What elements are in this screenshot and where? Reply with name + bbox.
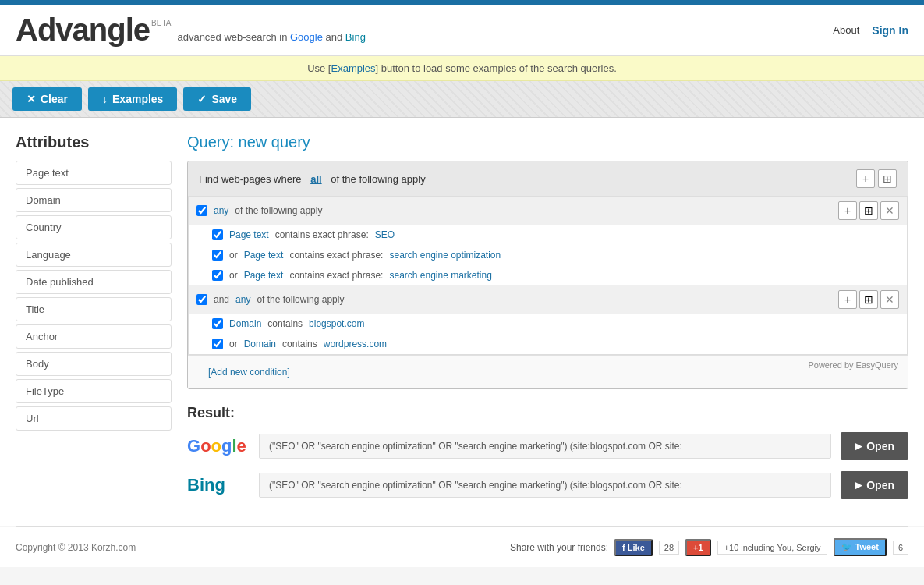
tagline-bing: Bing xyxy=(345,31,366,43)
group1-actions: + ⊞ ✕ xyxy=(838,201,899,220)
attr-date-published[interactable]: Date published xyxy=(16,270,172,294)
examples-label: Examples xyxy=(112,93,163,105)
google-result-row: Google ("SEO" OR "search engine optimiza… xyxy=(187,432,908,460)
bing-open-label: Open xyxy=(866,479,894,491)
gplus-button[interactable]: +1 xyxy=(685,539,711,556)
cond-1-2-field[interactable]: Page text xyxy=(244,250,284,261)
twitter-icon: 🐦 xyxy=(841,542,852,551)
cond-2-2-field[interactable]: Domain xyxy=(244,339,276,349)
query-header-left: Find web-pages where all of the followin… xyxy=(199,173,426,185)
group1-group-btn[interactable]: ⊞ xyxy=(859,201,878,220)
cond-2-1-op: contains xyxy=(267,318,303,329)
logo-beta: BETA xyxy=(151,19,171,27)
cond-1-2-checkbox[interactable] xyxy=(212,250,223,261)
cond-2-2-op: contains xyxy=(282,339,317,349)
query-title: Query: new query xyxy=(187,133,908,151)
attr-domain[interactable]: Domain xyxy=(16,188,172,212)
gplus-extra: +10 including You, Sergiy xyxy=(717,541,828,555)
cond-1-2-value: search engine optimization xyxy=(389,250,501,261)
group1-del-btn[interactable]: ✕ xyxy=(880,201,899,220)
cond-1-1-value: SEO xyxy=(375,229,395,240)
save-button[interactable]: ✓ Save xyxy=(183,87,251,111)
add-condition-link[interactable]: [Add new condition] xyxy=(197,360,301,384)
group2-and: and xyxy=(214,294,229,305)
cond-1-1-checkbox[interactable] xyxy=(212,229,223,240)
facebook-label: Like xyxy=(628,543,645,552)
attr-language[interactable]: Language xyxy=(16,243,172,267)
group2-keyword[interactable]: any xyxy=(235,294,250,305)
attr-country[interactable]: Country xyxy=(16,215,172,239)
cond-1-3-op: contains exact phrase: xyxy=(289,270,383,281)
attr-url[interactable]: Url xyxy=(16,406,172,431)
logo-text: Advangle xyxy=(16,12,150,47)
keyword-all[interactable]: all xyxy=(310,173,321,185)
group2-actions: + ⊞ ✕ xyxy=(838,290,899,309)
bing-result-row: Bing ("SEO" OR "search engine optimizati… xyxy=(187,471,908,499)
query-builder-header: Find web-pages where all of the followin… xyxy=(188,161,908,196)
group1-header: any of the following apply + ⊞ ✕ xyxy=(189,197,907,225)
attr-filetype[interactable]: FileType xyxy=(16,379,172,403)
tweet-count: 6 xyxy=(893,541,908,555)
examples-icon: ↓ xyxy=(102,93,108,105)
tagline-and: and xyxy=(326,31,345,43)
facebook-like-button[interactable]: f Like xyxy=(614,539,653,556)
cond-2-1-checkbox[interactable] xyxy=(212,318,223,329)
signin-link[interactable]: Sign In xyxy=(872,24,908,37)
group2-add-btn[interactable]: + xyxy=(838,290,857,309)
attr-anchor[interactable]: Anchor xyxy=(16,324,172,349)
group2-del-btn[interactable]: ✕ xyxy=(880,290,899,309)
facebook-icon: f xyxy=(622,543,625,552)
cond-2-1-field[interactable]: Domain xyxy=(229,318,261,329)
notice-text: Use [Examples] button to load some examp… xyxy=(307,62,617,74)
cond-1-3-value: search engine marketing xyxy=(389,270,491,281)
header: AdvangleBETA advanced web-search in Goog… xyxy=(0,5,924,56)
group1-keyword[interactable]: any xyxy=(214,205,228,216)
open-arrow-icon: ▶ xyxy=(855,441,862,452)
query-title-label: Query: xyxy=(187,133,234,151)
examples-button[interactable]: ↓ Examples xyxy=(88,87,177,111)
about-link[interactable]: About xyxy=(833,24,859,36)
cond-1-3-or: or xyxy=(229,270,238,281)
footer-share: Share with your friends: f Like 28 +1 +1… xyxy=(510,538,908,556)
cond-1-3-field[interactable]: Page text xyxy=(244,270,284,281)
main-content: Attributes Page text Domain Country Lang… xyxy=(0,118,924,526)
google-logo: Google xyxy=(187,436,250,456)
cond-2-2-checkbox[interactable] xyxy=(212,339,223,349)
query-area: Query: new query Find web-pages where al… xyxy=(187,133,908,510)
attributes-list: Page text Domain Country Language Date p… xyxy=(16,161,172,431)
bing-open-button[interactable]: ▶ Open xyxy=(841,471,908,499)
attr-page-text[interactable]: Page text xyxy=(16,161,172,185)
save-label: Save xyxy=(211,93,237,105)
header-post: of the following apply xyxy=(331,173,425,185)
conditions-container[interactable]: any of the following apply + ⊞ ✕ Page te… xyxy=(188,196,908,355)
header-buttons: + ⊞ xyxy=(856,169,897,188)
add-group-button[interactable]: + xyxy=(856,169,875,188)
facebook-count: 28 xyxy=(659,541,679,555)
examples-link[interactable]: Examples xyxy=(331,62,375,74)
bing-logo: Bing xyxy=(187,475,250,495)
easyquery-link[interactable]: Powered by EasyQuery xyxy=(808,360,898,370)
group-button[interactable]: ⊞ xyxy=(878,169,897,188)
group1-text: of the following apply xyxy=(235,205,322,216)
twitter-label: Tweet xyxy=(855,542,879,551)
group1-add-btn[interactable]: + xyxy=(838,201,857,220)
group2-checkbox[interactable] xyxy=(196,294,207,305)
logo-tagline: advanced web-search in Google and Bing xyxy=(177,31,365,43)
google-open-button[interactable]: ▶ Open xyxy=(841,432,908,460)
cond-1-2-op: contains exact phrase: xyxy=(289,250,383,261)
clear-button[interactable]: ✕ Clear xyxy=(12,87,82,111)
twitter-button[interactable]: 🐦 Tweet xyxy=(834,538,886,556)
attr-body[interactable]: Body xyxy=(16,352,172,376)
cond-2-2-or: or xyxy=(229,339,238,349)
bing-open-arrow-icon: ▶ xyxy=(855,480,862,491)
group2-group-btn[interactable]: ⊞ xyxy=(859,290,878,309)
group2-text: of the following apply xyxy=(257,294,344,305)
group2-header: and any of the following apply + ⊞ ✕ xyxy=(189,285,907,314)
cond-1-1-field[interactable]: Page text xyxy=(229,229,269,240)
query-builder-footer: [Add new condition] Powered by EasyQuery xyxy=(188,355,908,388)
group1-checkbox[interactable] xyxy=(196,205,207,216)
cond-1-3-checkbox[interactable] xyxy=(212,270,223,281)
google-query-box: ("SEO" OR "search engine optimization" O… xyxy=(259,434,831,459)
google-open-label: Open xyxy=(866,440,894,452)
attr-title[interactable]: Title xyxy=(16,297,172,321)
